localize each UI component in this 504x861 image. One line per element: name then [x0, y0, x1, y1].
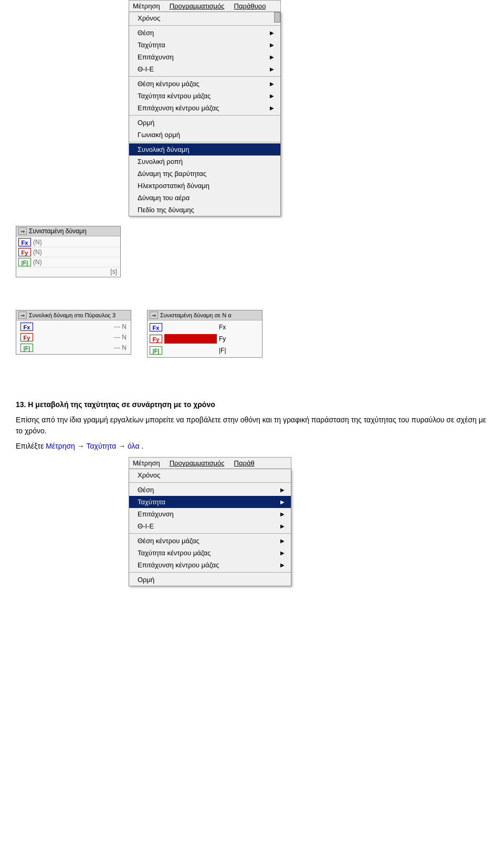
scrollbar[interactable] [274, 12, 280, 23]
sensor-top-row-fy: Fy (N) [16, 247, 120, 257]
separator-4 [129, 142, 280, 142]
sensor-top-value-fy: (N) [33, 248, 42, 256]
menu-item-synolikidynamh[interactable]: Συνολική δύναμη [129, 143, 280, 155]
menu-item-synolikr-ropi[interactable]: Συνολική ροπή [129, 155, 280, 168]
section-body: Επίσης από την ίδια γραμμή εργαλείων μπο… [16, 414, 488, 437]
sensor-right-row-fy: Fy Fy [148, 333, 262, 345]
sensor-right-label-fy: Fy [150, 335, 162, 343]
sensor-right-body: Fx Fx Fy Fy |F| |F| [148, 320, 262, 357]
menu-item-xronos[interactable]: Χρόνος [129, 12, 280, 24]
bottom-menu-item-epitaxynsi[interactable]: Επιτάχυνση ▶ [129, 508, 291, 520]
sensor-top-arrow-icon: ⇒ [18, 227, 27, 235]
widgets-area: ⇒ Συνολική δύναμη στο Πύραυλος 3 Fx --- … [16, 310, 262, 358]
menu-item-pedio[interactable]: Πεδίο της δύναμης [129, 204, 280, 216]
sensor-top-value-ifl: (N) [33, 258, 42, 266]
section-instruction: Επιλέξτε Μέτρηση → Ταχύτητα → όλα . [16, 441, 488, 452]
bottom-menu-bar-metrhsh[interactable]: Μέτρηση [131, 459, 162, 468]
menu-item-ormi[interactable]: Ορμή [129, 117, 280, 129]
separator-2 [129, 76, 280, 77]
sensor-widget-top: ⇒ Συνισταμένη δύναμη Fx (N) Fy (N) |F| (… [16, 226, 121, 277]
sensor-top-row-ifl: |F| (N) [16, 257, 120, 267]
menu-item-dynamh-varytitas[interactable]: Δύναμη της βαρύτητας [129, 168, 280, 180]
link-metrhsh[interactable]: Μέτρηση [46, 442, 75, 450]
menu-item-taxytita-kentrou[interactable]: Ταχύτητα κέντρου μάζας ▶ [129, 90, 280, 102]
section-body-text: Επίσης από την ίδια γραμμή εργαλείων μπο… [16, 416, 486, 435]
menu-item-thesi-kentrou[interactable]: Θέση κέντρου μάζας ▶ [129, 78, 280, 90]
menu-bar-parathyro[interactable]: Παράθυρο [233, 2, 268, 11]
sensor-left-titlebar: ⇒ Συνολική δύναμη στο Πύραυλος 3 [16, 310, 131, 320]
bottom-menu-item-taxytita-kentrou[interactable]: Ταχύτητα κέντρου μάζας ▶ [129, 547, 291, 559]
sensor-top-label-ifl: |F| [18, 258, 31, 266]
menu-bar-programmatismos[interactable]: Προγραμματισμός [168, 2, 226, 11]
bottom-dropdown-menu: Χρόνος Θέση ▶ Ταχύτητα ▶ Επιτάχυνση ▶ Θ-… [129, 469, 291, 586]
bottom-menu-item-taxytita[interactable]: Ταχύτητα ▶ [129, 496, 291, 508]
sensor-widget-left: ⇒ Συνολική δύναμη στο Πύραυλος 3 Fx --- … [16, 310, 131, 355]
sensor-left-row-ifl: |F| --- N [16, 343, 131, 353]
sensor-left-row-fx: Fx --- N [16, 321, 131, 332]
menu-item-dynamh-aera[interactable]: Δύναμη του αέρα [129, 192, 280, 204]
menu-item-taxytita[interactable]: Ταχύτητα ▶ [129, 39, 280, 51]
bottom-menu-bar-programmatismos[interactable]: Προγραμματισμός [168, 459, 226, 468]
sensor-right-row-ifl: |F| |F| [148, 345, 262, 356]
menu-item-thesi[interactable]: Θέση ▶ [129, 27, 280, 39]
sensor-left-value-fy: --- N [114, 334, 127, 341]
sensor-right-bar-fx-empty [164, 323, 217, 332]
sensor-right-row-fx: Fx Fx [148, 321, 262, 333]
sensor-right-text-fx: Fx [219, 324, 235, 331]
sensor-left-label-ifl: |F| [20, 344, 33, 352]
sensor-top-titlebar: ⇒ Συνισταμένη δύναμη [16, 226, 120, 236]
sensor-right-label-ifl: |F| [150, 346, 162, 355]
bottom-menu-bar-parath[interactable]: Παράθ [233, 459, 256, 468]
arrow-1: → [77, 442, 85, 450]
sensor-left-label-fy: Fy [20, 333, 33, 341]
separator-3 [129, 115, 280, 116]
bottom-separator-3 [129, 572, 291, 573]
sensor-right-text-fy: Fy [219, 335, 235, 343]
menu-item-epitaxynsi-kentrou[interactable]: Επιτάχυνση κέντρου μάζας ▶ [129, 102, 280, 114]
bottom-menu-item-ormi[interactable]: Ορμή [129, 574, 291, 586]
menu-bar-metrhsh[interactable]: Μέτρηση [131, 2, 162, 11]
sensor-right-bar-ifl-empty [164, 346, 217, 355]
sensor-right-label-fx: Fx [150, 323, 162, 331]
menu-item-epitaxynsi[interactable]: Επιτάχυνση ▶ [129, 51, 280, 63]
top-menu-bar[interactable]: Μέτρηση Προγραμματισμός Παράθυρο [129, 0, 281, 12]
section-heading-text: 13. Η μεταβολή της ταχύτητας σε συνάρτησ… [16, 400, 215, 409]
bottom-menu-bar[interactable]: Μέτρηση Προγραμματισμός Παράθ [129, 457, 291, 469]
menu-item-thie[interactable]: Θ-Ι-Ε ▶ [129, 63, 280, 75]
bottom-menu-item-thesi[interactable]: Θέση ▶ [129, 484, 291, 496]
link-ola[interactable]: όλα [128, 442, 139, 450]
bottom-separator-1 [129, 482, 291, 483]
section-heading: 13. Η μεταβολή της ταχύτητας σε συνάρτησ… [16, 399, 488, 410]
bottom-menu-item-thie[interactable]: Θ-Ι-Ε ▶ [129, 520, 291, 532]
menu-item-gwniaki-ormi[interactable]: Γωνιακή ορμή [129, 129, 280, 141]
separator-1 [129, 25, 280, 26]
sensor-left-value-ifl: --- N [114, 344, 127, 351]
sensor-right-title: Συνισταμένη δύναμη σε Ν α [160, 312, 232, 318]
sensor-top-title: Συνισταμένη δύναμη [29, 227, 87, 235]
bottom-menu-item-epitaxynsi-kentrou[interactable]: Επιτάχυνση κέντρου μάζας ▶ [129, 559, 291, 571]
menu-item-ilektrostatiki[interactable]: Ηλεκτροστατική δύναμη [129, 180, 280, 192]
link-taxytita[interactable]: Ταχύτητα [86, 442, 116, 450]
sensor-left-value-fx: --- N [114, 323, 127, 330]
sensor-right-arrow-icon: ⇒ [150, 312, 158, 319]
instruction-text: Επιλέξτε [16, 442, 44, 450]
bottom-menu-item-xronos[interactable]: Χρόνος [129, 469, 291, 481]
sensor-left-arrow-icon: ⇒ [18, 312, 27, 319]
bottom-menu-item-thesi-kentrou[interactable]: Θέση κέντρου μάζας ▶ [129, 535, 291, 547]
sensor-left-title: Συνολική δύναμη στο Πύραυλος 3 [29, 312, 116, 318]
sensor-right-bar-fy [164, 334, 217, 344]
sensor-right-text-ifl: |F| [219, 347, 235, 354]
sensor-top-value-fx: (N) [33, 238, 42, 246]
sensor-top-body: Fx (N) Fy (N) |F| (N) [s] [16, 236, 120, 277]
sensor-left-body: Fx --- N Fy --- N |F| --- N [16, 320, 131, 354]
bottom-menu-area: Μέτρηση Προγραμματισμός Παράθ Χρόνος Θέσ… [129, 457, 291, 586]
sensor-top-label-fy: Fy [18, 248, 31, 256]
text-area: 13. Η μεταβολή της ταχύτητας σε συνάρτησ… [16, 399, 488, 456]
arrow-2: → [118, 442, 125, 450]
sensor-right-titlebar: ⇒ Συνισταμένη δύναμη σε Ν α [148, 310, 262, 320]
top-menu-area: Μέτρηση Προγραμματισμός Παράθυρο Χρόνος … [129, 0, 281, 216]
top-dropdown-menu: Χρόνος Θέση ▶ Ταχύτητα ▶ Επιτάχυνση ▶ Θ-… [129, 12, 281, 216]
period: . [141, 442, 143, 450]
bottom-separator-2 [129, 533, 291, 534]
sensor-widget-right: ⇒ Συνισταμένη δύναμη σε Ν α Fx Fx Fy Fy … [147, 310, 262, 358]
